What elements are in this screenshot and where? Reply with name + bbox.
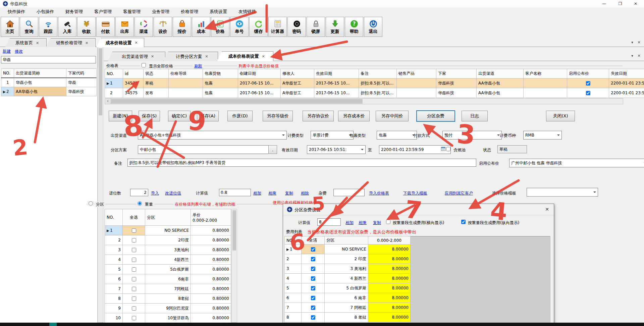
- valid-from-select[interactable]: 2017-06-15 10:51:: [307, 145, 366, 154]
- tab-zone-plan[interactable]: 计费分区方案✕: [163, 52, 218, 61]
- zone-table-scrollbar[interactable]: [231, 209, 237, 323]
- toolbar-password-button[interactable]: 密码: [287, 17, 306, 37]
- scrollbar-thumb[interactable]: [111, 99, 363, 104]
- table-row[interactable]: 44 新西兰8.00000: [285, 274, 550, 283]
- col-header[interactable]: 备注: [359, 69, 397, 78]
- zone-plan-more-button[interactable]: .: [268, 145, 277, 154]
- col-header[interactable]: 出货渠道简称: [14, 69, 66, 78]
- col-header[interactable]: 单价0.000-2.000: [191, 209, 231, 226]
- maximize-button[interactable]: ❐: [613, 0, 627, 7]
- tab-close-icon[interactable]: ✕: [262, 54, 265, 59]
- col-header[interactable]: NO.: [1, 69, 14, 78]
- dialog-title-bar[interactable]: 分区杂费设置 ✕: [283, 204, 554, 215]
- fee-select-checkbox[interactable]: [311, 286, 315, 290]
- zone-select-checkbox[interactable]: [132, 316, 136, 320]
- tab-dropdown-icon[interactable]: ▾: [629, 40, 635, 46]
- col-header[interactable]: 失效日期: [609, 69, 644, 78]
- toolbar-cache-button[interactable]: 缓存: [249, 17, 268, 37]
- table-row[interactable]: ▶1NO SERVICE8.00000: [285, 245, 550, 254]
- apply-other-customers-link[interactable]: 应用到其它客户: [445, 191, 473, 196]
- tab-sales-price[interactable]: 销售价格管理✕: [46, 38, 96, 47]
- divide-link[interactable]: 相除: [301, 191, 309, 196]
- col-header[interactable]: 状态: [144, 69, 169, 78]
- col-header[interactable]: 创建日期: [238, 69, 281, 78]
- toolbar-exit-button[interactable]: 退出: [364, 17, 382, 37]
- table-row[interactable]: 77 阿根廷8.00000: [285, 303, 550, 313]
- misc-fee-input[interactable]: [333, 189, 365, 196]
- menu-business[interactable]: 业务管理: [146, 9, 175, 15]
- col-header[interactable]: 生效日期: [314, 69, 359, 78]
- col-header[interactable]: 下家: [436, 69, 477, 78]
- dialog-close-icon[interactable]: ✕: [545, 207, 549, 212]
- toolbar-inbound-button[interactable]: 入库: [58, 17, 76, 37]
- col-header[interactable]: NO.: [105, 69, 123, 78]
- published-checkbox[interactable]: [586, 81, 590, 86]
- import-link[interactable]: 导入: [151, 191, 159, 196]
- col-header[interactable]: 全清: [302, 236, 325, 245]
- log-button[interactable]: 日志: [462, 111, 488, 121]
- toolbar-help-button[interactable]: ?帮助: [345, 17, 363, 37]
- channel-filter-input[interactable]: [1, 56, 96, 63]
- col-header[interactable]: NO.: [105, 209, 123, 226]
- price-template-select[interactable]: [527, 188, 598, 197]
- currency-select[interactable]: RMB: [523, 131, 562, 140]
- package-type-select[interactable]: 包裹: [377, 131, 417, 140]
- tab-close-icon[interactable]: ✕: [205, 54, 208, 59]
- col-header[interactable]: 0.000-2.000: [368, 236, 411, 245]
- tab-channel-manage[interactable]: 出货渠道管理✕: [108, 52, 165, 61]
- menu-price[interactable]: 价格管理: [175, 9, 204, 15]
- table-row[interactable]: 33 奥地利8.00000: [285, 264, 550, 274]
- download-template-link[interactable]: 下载导入模板: [403, 191, 427, 196]
- zone-select-checkbox[interactable]: [132, 287, 136, 291]
- table-row[interactable]: 99阿尔巴尼亚0.80000: [105, 304, 231, 313]
- close-window-button[interactable]: ✕: [629, 0, 643, 7]
- fee-select-checkbox[interactable]: [311, 315, 315, 320]
- publish-price-select[interactable]: 广州中邮小包 包裹 华磊科技: [509, 159, 644, 167]
- table-row[interactable]: ▶1 34573 草稿 包裹 2017-06-15 10... A华磊甘工 20…: [105, 78, 644, 88]
- payment-select[interactable]: 预付: [442, 131, 502, 140]
- valid-to-datepicker[interactable]: 2200-01-01 23:59:59: [379, 145, 451, 154]
- fee-select-checkbox[interactable]: [311, 257, 315, 261]
- zone-fee-button[interactable]: 分区杂费: [416, 110, 455, 122]
- confirm-button[interactable]: 确定(C): [168, 111, 191, 121]
- toolbar-setprice-button[interactable]: 设价: [154, 17, 172, 37]
- add-link[interactable]: 相加: [253, 191, 261, 196]
- popup-multiply-link[interactable]: 相乘: [359, 220, 367, 226]
- popup-calc-input[interactable]: [317, 218, 341, 226]
- multiply-link[interactable]: 相乘: [268, 191, 276, 196]
- col-header[interactable]: 启用公布价: [567, 69, 609, 78]
- zone-select-checkbox[interactable]: [132, 258, 136, 262]
- toolbar-trackingno-button[interactable]: 单号: [230, 17, 249, 37]
- col-header[interactable]: 修改人: [281, 69, 314, 78]
- vertical-fee-checkbox[interactable]: [461, 220, 466, 224]
- tab-system-home[interactable]: 系统首页✕: [5, 38, 47, 47]
- table-row[interactable]: 66 南非8.00000: [285, 293, 550, 303]
- left-panel-scrollbar[interactable]: [98, 47, 103, 323]
- table-row[interactable]: 2 34575 发布 包裹 2017-06-15 10... A华磊甘工 201…: [105, 88, 644, 98]
- horizontal-fee-checkbox[interactable]: [386, 220, 390, 224]
- minimize-button[interactable]: —: [597, 0, 611, 7]
- import-price-table-link[interactable]: 导入价格表: [369, 191, 389, 196]
- tab-close-icon[interactable]: ✕: [151, 54, 154, 59]
- tab-dropdown-icon[interactable]: ▾: [629, 53, 635, 59]
- tab-close-icon[interactable]: ✕: [85, 41, 88, 45]
- toolbar-cost-button[interactable]: 成本: [192, 17, 210, 37]
- tab-cost-price-table[interactable]: 成本价格表设置✕: [217, 51, 273, 61]
- calc-value-input[interactable]: [219, 189, 251, 196]
- toolbar-track-button[interactable]: 跟踪: [39, 17, 57, 37]
- toolbar-update-button[interactable]: 更新: [326, 17, 344, 37]
- toolbar-price-button[interactable]: 价格: [211, 17, 229, 37]
- toolbar-lockscreen-button[interactable]: 锁屏: [307, 17, 325, 37]
- table-row[interactable]: 22 印度8.00000: [285, 254, 550, 264]
- toolbar-calculator-button[interactable]: 计算器: [268, 17, 287, 37]
- toolbar-search-button[interactable]: 查询: [20, 17, 38, 37]
- col-header[interactable]: 价格等级: [169, 69, 203, 78]
- fee-select-checkbox[interactable]: [311, 296, 315, 300]
- table-row[interactable]: ▶1NO SERVICE0.80000: [105, 226, 231, 235]
- col-header[interactable]: id: [123, 69, 144, 78]
- table-row[interactable]: 22印度0.80000: [105, 235, 231, 245]
- popup-add-link[interactable]: 相加: [345, 220, 354, 226]
- table-row[interactable]: 1 华磊小包 华磊: [1, 78, 97, 87]
- table-row[interactable]: 88 老挝8.00000: [285, 313, 550, 322]
- menu-customer[interactable]: 客户管理: [89, 9, 117, 15]
